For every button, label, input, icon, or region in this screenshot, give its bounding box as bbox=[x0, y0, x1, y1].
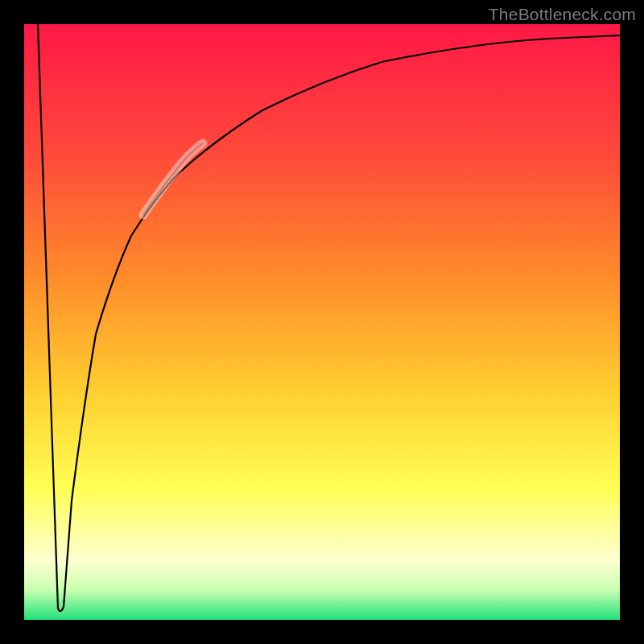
watermark-text: TheBottleneck.com bbox=[489, 5, 636, 24]
plot-area bbox=[24, 24, 620, 620]
curve-segment-down bbox=[38, 24, 58, 609]
highlight-band bbox=[143, 143, 203, 215]
curve-layer bbox=[24, 24, 620, 620]
curve-segment-up bbox=[64, 35, 620, 607]
chart-frame: TheBottleneck.com bbox=[0, 0, 644, 644]
